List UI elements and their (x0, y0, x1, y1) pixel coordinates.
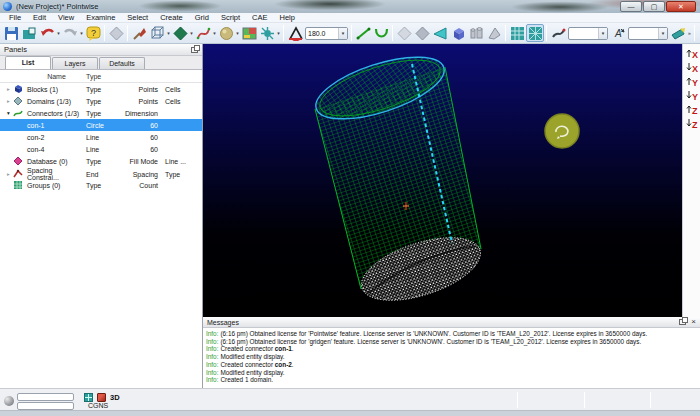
menu-examine[interactable]: Examine (80, 13, 121, 22)
display-viewport[interactable] (203, 44, 682, 317)
column-type: Type (86, 73, 116, 80)
tree-row-con-4[interactable]: con-4 Line 60 (0, 143, 202, 155)
examine-button[interactable] (130, 24, 148, 42)
view-minus-x-button[interactable]: X (684, 60, 699, 73)
view-plus-x-button[interactable]: X (684, 46, 699, 59)
messages-log[interactable]: Info:(6:16 pm) Obtained license for 'Poi… (203, 328, 700, 386)
menu-select[interactable]: Select (121, 13, 154, 22)
view-plus-z-button[interactable]: Z (684, 102, 699, 115)
log-line: Info:Modified entity display. (206, 353, 697, 361)
connector-tool-button[interactable] (194, 24, 212, 42)
svg-text:?: ? (90, 28, 95, 38)
open-button[interactable] (20, 24, 38, 42)
wedge-cyan-button[interactable] (431, 24, 449, 42)
menu-edit[interactable]: Edit (27, 13, 52, 22)
panels-float-icon[interactable] (191, 47, 198, 53)
minimize-button[interactable]: — (620, 1, 642, 12)
messages-float-icon[interactable] (679, 319, 686, 325)
expander-icon[interactable]: ▸ (4, 98, 13, 104)
dimension-combo[interactable]: ▾ (568, 27, 608, 40)
messages-title: Messages (207, 319, 679, 326)
menu-help[interactable]: Help (273, 13, 300, 22)
spacing-tool-button[interactable]: A (609, 24, 627, 42)
surface-diamond-light-button[interactable] (395, 24, 413, 42)
panels-title: Panels (4, 45, 191, 54)
log-line: Info:Created 1 domain. (206, 376, 697, 384)
menu-create[interactable]: Create (154, 13, 189, 22)
dimension-combo-arrow-icon[interactable]: ▾ (598, 28, 607, 39)
messages-close-icon[interactable]: × (691, 318, 696, 326)
expander-open-icon[interactable]: ▾ (4, 110, 13, 116)
angle-combo[interactable]: 180.0 ▾ (305, 27, 348, 40)
log-line: Info:(6:16 pm) Obtained license for 'Poi… (206, 330, 697, 338)
cylinders-grey-button[interactable] (467, 24, 485, 42)
mask-diamond-button[interactable] (107, 24, 125, 42)
status-sphere-icon (4, 396, 14, 406)
database-tool-button[interactable] (217, 24, 235, 42)
expander-icon[interactable]: ▸ (4, 86, 13, 92)
status-input-1[interactable] (17, 393, 74, 401)
structured-grid-button[interactable] (508, 24, 526, 42)
spacing-constraint-icon (13, 169, 23, 179)
spacing-combo[interactable]: ▾ (628, 27, 668, 40)
help-button[interactable]: ? (84, 24, 102, 42)
pointwise-window: (New Project)* Pointwise — ▢ ✕ File Edit… (0, 0, 700, 416)
wedge-grey-button[interactable] (485, 24, 503, 42)
angle-combo-arrow-icon[interactable]: ▾ (338, 28, 347, 39)
view-minus-y-button[interactable]: Y (684, 88, 699, 101)
unstructured-grid-button[interactable] (526, 24, 544, 42)
maximize-button[interactable]: ▢ (643, 1, 665, 12)
undo-button[interactable] (38, 24, 56, 42)
menu-bar: File Edit View Examine Select Create Gri… (0, 13, 700, 23)
block-tool-button[interactable] (148, 24, 166, 42)
status-solver-icon (97, 393, 106, 402)
tab-list[interactable]: List (5, 56, 51, 69)
axis-view-toolbar: X X Y Y Z Z (682, 44, 700, 317)
bottom-edge-strip (0, 410, 700, 416)
blocks-cube-icon (13, 84, 23, 94)
log-line: Info:Created connector con-2. (206, 361, 697, 369)
tree-row-spacing-constraints[interactable]: ▸ Spacing Constrai... End Spacing Type (0, 167, 202, 179)
close-button[interactable]: ✕ (666, 1, 696, 12)
tab-defaults[interactable]: Defaults (99, 57, 145, 69)
status-input-2[interactable] (17, 402, 74, 410)
status-separator (584, 392, 585, 408)
menu-cae[interactable]: CAE (246, 13, 273, 22)
tab-layers[interactable]: Layers (52, 57, 98, 69)
tree-row-database[interactable]: Database (0) Type Fill Mode Line ... (0, 155, 202, 167)
log-line: Info:Created connector con-1. (206, 345, 697, 353)
spacing-combo-arrow-icon[interactable]: ▾ (658, 28, 667, 39)
menu-script[interactable]: Script (215, 13, 246, 22)
spider-tool-dropdown-icon[interactable]: ▾ (276, 30, 281, 36)
angle-tool-button[interactable] (286, 24, 304, 42)
solve-tool-button[interactable] (669, 24, 687, 42)
tree-row-domains[interactable]: ▸ Domains (1/3) Type Points Cells (0, 95, 202, 107)
curve-tool-button[interactable] (372, 24, 390, 42)
expander-icon[interactable]: ▸ (4, 171, 13, 177)
menu-grid[interactable]: Grid (189, 13, 215, 22)
tree-row-blocks[interactable]: ▸ Blocks (1) Type Points Cells (0, 83, 202, 95)
save-button[interactable] (2, 24, 20, 42)
view-plus-y-button[interactable]: Y (684, 74, 699, 87)
two-point-line-button[interactable] (354, 24, 372, 42)
cae-solver-label: CGNS (88, 402, 108, 409)
tree-row-connectors[interactable]: ▾ Connectors (1/3) Type Dimension (0, 107, 202, 119)
title-bar: (New Project)* Pointwise — ▢ ✕ (0, 0, 700, 13)
solid-cube-button[interactable] (449, 24, 467, 42)
menu-file[interactable]: File (3, 13, 27, 22)
spider-tool-button[interactable] (258, 24, 276, 42)
dimension-tool-button[interactable] (549, 24, 567, 42)
view-minus-z-button[interactable]: Z (684, 116, 699, 129)
tree-row-con-2[interactable]: con-2 Line 60 (0, 131, 202, 143)
redo-button[interactable] (61, 24, 79, 42)
image-button[interactable] (240, 24, 258, 42)
tree-row-con-1[interactable]: con-1 Circle 60 (0, 119, 202, 131)
menu-view[interactable]: View (52, 13, 80, 22)
toolbar-overflow-1-icon[interactable]: » (687, 30, 692, 36)
log-line: Info:Modified entity display. (206, 369, 697, 377)
groups-grid-icon (13, 180, 23, 190)
domain-tool-button[interactable] (171, 24, 189, 42)
database-diamond-icon (13, 156, 23, 166)
surface-diamond-dark-button[interactable] (413, 24, 431, 42)
tree-row-groups[interactable]: Groups (0) Type Count (0, 179, 202, 191)
